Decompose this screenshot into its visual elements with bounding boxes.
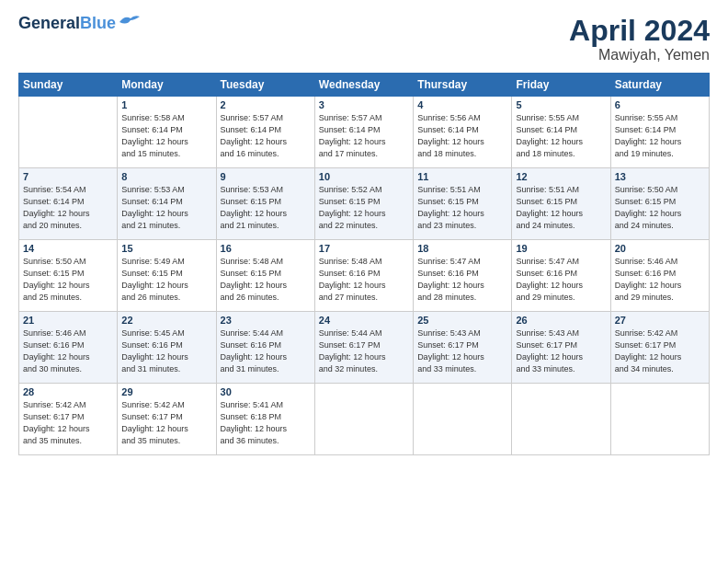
day-number: 9: [221, 171, 311, 182]
day-number: 28: [23, 386, 113, 397]
table-cell: 27Sunrise: 5:42 AM Sunset: 6:17 PM Dayli…: [610, 312, 709, 384]
day-info: Sunrise: 5:47 AM Sunset: 6:16 PM Dayligh…: [516, 256, 606, 304]
table-cell: 6Sunrise: 5:55 AM Sunset: 6:14 PM Daylig…: [610, 97, 709, 168]
day-number: 20: [615, 243, 705, 254]
day-number: 16: [221, 243, 311, 254]
day-info: Sunrise: 5:50 AM Sunset: 6:15 PM Dayligh…: [615, 184, 705, 232]
day-info: Sunrise: 5:45 AM Sunset: 6:16 PM Dayligh…: [121, 327, 211, 375]
day-info: Sunrise: 5:50 AM Sunset: 6:15 PM Dayligh…: [23, 256, 113, 304]
day-info: Sunrise: 5:47 AM Sunset: 6:16 PM Dayligh…: [417, 256, 507, 304]
table-cell: [512, 384, 610, 455]
table-cell: 23Sunrise: 5:44 AM Sunset: 6:16 PM Dayli…: [216, 312, 314, 384]
day-info: Sunrise: 5:51 AM Sunset: 6:15 PM Dayligh…: [516, 184, 606, 232]
logo-text: GeneralBlue: [18, 15, 116, 33]
table-cell: 13Sunrise: 5:50 AM Sunset: 6:15 PM Dayli…: [610, 168, 709, 240]
logo-bird-icon: [118, 13, 142, 29]
day-info: Sunrise: 5:44 AM Sunset: 6:16 PM Dayligh…: [221, 327, 311, 375]
day-info: Sunrise: 5:48 AM Sunset: 6:15 PM Dayligh…: [221, 256, 311, 304]
day-number: 10: [319, 171, 409, 182]
day-info: Sunrise: 5:42 AM Sunset: 6:17 PM Dayligh…: [23, 399, 113, 447]
table-cell: 9Sunrise: 5:53 AM Sunset: 6:15 PM Daylig…: [216, 168, 314, 240]
table-cell: 18Sunrise: 5:47 AM Sunset: 6:16 PM Dayli…: [414, 240, 512, 312]
day-info: Sunrise: 5:58 AM Sunset: 6:14 PM Dayligh…: [121, 112, 211, 160]
day-info: Sunrise: 5:57 AM Sunset: 6:14 PM Dayligh…: [319, 112, 409, 160]
day-info: Sunrise: 5:46 AM Sunset: 6:16 PM Dayligh…: [615, 256, 705, 304]
day-number: 18: [417, 243, 507, 254]
table-cell: 25Sunrise: 5:43 AM Sunset: 6:17 PM Dayli…: [414, 312, 512, 384]
day-number: 14: [23, 243, 113, 254]
table-cell: 7Sunrise: 5:54 AM Sunset: 6:14 PM Daylig…: [19, 168, 118, 240]
table-cell: 1Sunrise: 5:58 AM Sunset: 6:14 PM Daylig…: [118, 97, 216, 168]
day-number: 21: [23, 315, 113, 326]
col-tuesday: Tuesday: [216, 74, 314, 97]
day-number: 11: [417, 171, 507, 182]
table-cell: 8Sunrise: 5:53 AM Sunset: 6:14 PM Daylig…: [118, 168, 216, 240]
day-number: 5: [516, 99, 606, 110]
day-info: Sunrise: 5:54 AM Sunset: 6:14 PM Dayligh…: [23, 184, 113, 232]
table-cell: 28Sunrise: 5:42 AM Sunset: 6:17 PM Dayli…: [19, 384, 118, 455]
day-number: 17: [319, 243, 409, 254]
day-number: 12: [516, 171, 606, 182]
day-info: Sunrise: 5:42 AM Sunset: 6:17 PM Dayligh…: [615, 327, 705, 375]
day-info: Sunrise: 5:48 AM Sunset: 6:16 PM Dayligh…: [319, 256, 409, 304]
day-info: Sunrise: 5:43 AM Sunset: 6:17 PM Dayligh…: [417, 327, 507, 375]
day-info: Sunrise: 5:55 AM Sunset: 6:14 PM Dayligh…: [615, 112, 705, 160]
table-cell: [610, 384, 709, 455]
table-cell: [314, 384, 413, 455]
day-info: Sunrise: 5:55 AM Sunset: 6:14 PM Dayligh…: [516, 112, 606, 160]
table-cell: 16Sunrise: 5:48 AM Sunset: 6:15 PM Dayli…: [216, 240, 314, 312]
day-number: 4: [417, 99, 507, 110]
day-number: 8: [121, 171, 211, 182]
title-section: April 2024 Mawiyah, Yemen: [569, 15, 710, 63]
day-number: 26: [516, 315, 606, 326]
table-cell: 17Sunrise: 5:48 AM Sunset: 6:16 PM Dayli…: [314, 240, 413, 312]
table-cell: 11Sunrise: 5:51 AM Sunset: 6:15 PM Dayli…: [414, 168, 512, 240]
location-title: Mawiyah, Yemen: [569, 47, 710, 63]
day-number: 23: [221, 315, 311, 326]
table-cell: 24Sunrise: 5:44 AM Sunset: 6:17 PM Dayli…: [314, 312, 413, 384]
table-cell: 3Sunrise: 5:57 AM Sunset: 6:14 PM Daylig…: [314, 97, 413, 168]
day-info: Sunrise: 5:53 AM Sunset: 6:14 PM Dayligh…: [121, 184, 211, 232]
day-info: Sunrise: 5:42 AM Sunset: 6:17 PM Dayligh…: [121, 399, 211, 447]
col-friday: Friday: [512, 74, 610, 97]
day-info: Sunrise: 5:52 AM Sunset: 6:15 PM Dayligh…: [319, 184, 409, 232]
day-number: 25: [417, 315, 507, 326]
table-cell: 14Sunrise: 5:50 AM Sunset: 6:15 PM Dayli…: [19, 240, 118, 312]
day-info: Sunrise: 5:46 AM Sunset: 6:16 PM Dayligh…: [23, 327, 113, 375]
day-number: 13: [615, 171, 705, 182]
month-title: April 2024: [569, 15, 710, 47]
table-cell: 19Sunrise: 5:47 AM Sunset: 6:16 PM Dayli…: [512, 240, 610, 312]
day-info: Sunrise: 5:53 AM Sunset: 6:15 PM Dayligh…: [221, 184, 311, 232]
table-cell: 29Sunrise: 5:42 AM Sunset: 6:17 PM Dayli…: [118, 384, 216, 455]
day-number: 29: [121, 386, 211, 397]
col-thursday: Thursday: [414, 74, 512, 97]
day-number: 6: [615, 99, 705, 110]
day-number: 27: [615, 315, 705, 326]
header: GeneralBlue April 2024 Mawiyah, Yemen: [18, 15, 710, 63]
day-number: 15: [121, 243, 211, 254]
table-cell: 30Sunrise: 5:41 AM Sunset: 6:18 PM Dayli…: [216, 384, 314, 455]
col-sunday: Sunday: [19, 74, 118, 97]
day-number: 2: [221, 99, 311, 110]
logo: GeneralBlue: [18, 15, 142, 33]
table-cell: 4Sunrise: 5:56 AM Sunset: 6:14 PM Daylig…: [414, 97, 512, 168]
day-info: Sunrise: 5:49 AM Sunset: 6:15 PM Dayligh…: [121, 256, 211, 304]
table-cell: [414, 384, 512, 455]
table-cell: 10Sunrise: 5:52 AM Sunset: 6:15 PM Dayli…: [314, 168, 413, 240]
day-number: 30: [221, 386, 311, 397]
day-number: 3: [319, 99, 409, 110]
table-cell: 20Sunrise: 5:46 AM Sunset: 6:16 PM Dayli…: [610, 240, 709, 312]
table-cell: 12Sunrise: 5:51 AM Sunset: 6:15 PM Dayli…: [512, 168, 610, 240]
day-number: 1: [121, 99, 211, 110]
day-info: Sunrise: 5:44 AM Sunset: 6:17 PM Dayligh…: [319, 327, 409, 375]
table-cell: 26Sunrise: 5:43 AM Sunset: 6:17 PM Dayli…: [512, 312, 610, 384]
day-number: 22: [121, 315, 211, 326]
day-number: 7: [23, 171, 113, 182]
table-cell: 2Sunrise: 5:57 AM Sunset: 6:14 PM Daylig…: [216, 97, 314, 168]
table-cell: 22Sunrise: 5:45 AM Sunset: 6:16 PM Dayli…: [118, 312, 216, 384]
table-cell: 21Sunrise: 5:46 AM Sunset: 6:16 PM Dayli…: [19, 312, 118, 384]
table-cell: 15Sunrise: 5:49 AM Sunset: 6:15 PM Dayli…: [118, 240, 216, 312]
page: GeneralBlue April 2024 Mawiyah, Yemen Su…: [0, 0, 728, 563]
day-info: Sunrise: 5:41 AM Sunset: 6:18 PM Dayligh…: [221, 399, 311, 447]
col-saturday: Saturday: [610, 74, 709, 97]
